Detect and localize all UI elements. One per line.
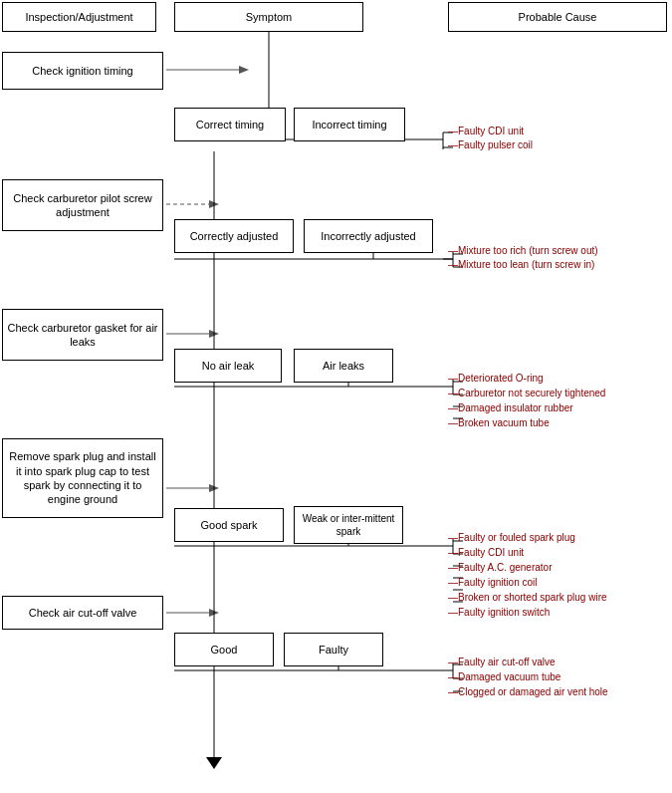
carb-adj-causes: —Mixture too rich (turn screw out) —Mixt… xyxy=(448,244,598,272)
timing-causes: —Faulty CDI unit —Faulty pulser coil xyxy=(448,125,533,152)
incorrectly-adjusted-box: Incorrectly adjusted xyxy=(304,219,433,253)
inspection-header: Inspection/Adjustment xyxy=(2,2,156,32)
air-leaks-box: Air leaks xyxy=(294,349,393,383)
svg-marker-19 xyxy=(209,330,219,338)
air-leak-causes: —Deteriorated O-ring —Carburetor not sec… xyxy=(448,371,605,430)
air-cutoff-causes: —Faulty air cut-off valve —Damaged vacuu… xyxy=(448,655,608,699)
svg-marker-35 xyxy=(209,609,219,617)
flowchart-diagram: Inspection/Adjustment Symptom Probable C… xyxy=(0,0,672,793)
weak-spark-box: Weak or inter-mittent spark xyxy=(294,506,403,544)
incorrect-timing-box: Incorrect timing xyxy=(294,108,405,141)
probable-cause-header: Probable Cause xyxy=(448,2,667,32)
good-box: Good xyxy=(174,633,274,666)
svg-marker-10 xyxy=(209,200,219,208)
svg-marker-1 xyxy=(239,66,249,74)
remove-spark-plug-box: Remove spark plug and install it into sp… xyxy=(2,438,163,518)
final-arrow xyxy=(206,757,222,769)
svg-marker-27 xyxy=(209,484,219,492)
check-air-cutoff-box: Check air cut-off valve xyxy=(2,596,163,630)
check-carb-pilot-box: Check carburetor pilot screw adjustment xyxy=(2,179,163,231)
correctly-adjusted-box: Correctly adjusted xyxy=(174,219,294,253)
no-air-leak-box: No air leak xyxy=(174,349,282,383)
correct-timing-box: Correct timing xyxy=(174,108,286,141)
spark-causes: —Faulty or fouled spark plug —Faulty CDI… xyxy=(448,530,607,620)
check-ignition-box: Check ignition timing xyxy=(2,52,163,90)
faulty-box: Faulty xyxy=(284,633,383,666)
good-spark-box: Good spark xyxy=(174,508,284,542)
symptom-header: Symptom xyxy=(174,2,363,32)
check-carb-gasket-box: Check carburetor gasket for air leaks xyxy=(2,309,163,361)
